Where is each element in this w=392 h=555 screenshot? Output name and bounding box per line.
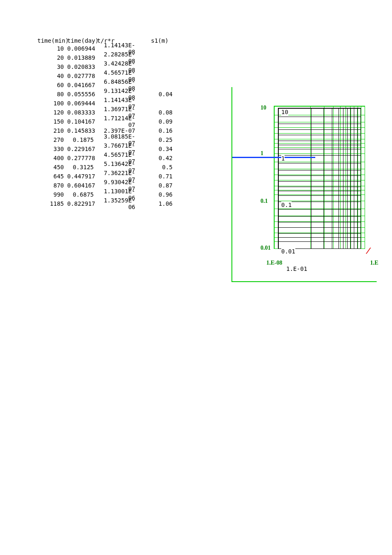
cell-trr: 1.71214E-07 — [97, 115, 139, 128]
cell-time_day: 0.145833 — [67, 127, 97, 134]
cell-s1: 0.42 — [151, 155, 176, 161]
cell-time_min: 210 — [37, 127, 67, 134]
cell-time_day: 0.020833 — [67, 63, 97, 70]
col-header-time-min: time(min) — [37, 37, 67, 44]
cell-time_min: 120 — [37, 109, 67, 116]
cell-time_day: 0.041667 — [67, 82, 97, 88]
table-body: 100.0069441.14143E-08200.0138892.28285E-… — [37, 44, 176, 208]
y-tick-green-10: 10 — [261, 105, 266, 111]
col-header-time-day: time(day) — [67, 37, 97, 44]
y-tick-green-01: 0.1 — [261, 198, 268, 204]
cell-s1: 0.08 — [151, 109, 176, 116]
table-row: 11850.8229171.35259E-061.06 — [37, 199, 176, 208]
cell-time_min: 150 — [37, 118, 67, 125]
cell-time_min: 330 — [37, 146, 67, 152]
cell-time_day: 0.277778 — [67, 155, 97, 161]
x-tick-black-1e-01: 1.E-01 — [286, 265, 307, 272]
y-tick-green-001: 0.01 — [261, 245, 271, 251]
cell-trr: 1.35259E-06 — [97, 197, 139, 210]
cell-time_min: 990 — [37, 191, 67, 198]
y-tick-green-1: 1 — [261, 150, 263, 157]
cell-time_day: 0.104167 — [67, 118, 97, 125]
cell-time_min: 80 — [37, 91, 67, 97]
cell-time_day: 0.1875 — [67, 136, 97, 143]
cell-s1: 0.5 — [151, 164, 176, 170]
black-grid — [278, 108, 361, 249]
y-tick-black-1: 1 — [281, 155, 285, 162]
cell-time_min: 450 — [37, 164, 67, 170]
y-tick-black-001: 0.01 — [281, 248, 295, 255]
x-tick-green-1e: 1.E — [370, 260, 378, 266]
cell-s1: 0.25 — [151, 136, 176, 143]
x-tick-green-1e-08: 1.E-08 — [266, 260, 282, 266]
y-tick-black-01: 0.1 — [281, 202, 292, 208]
cell-s1: 0.71 — [151, 173, 176, 180]
cell-time_min: 40 — [37, 73, 67, 79]
cell-time_min: 10 — [37, 45, 67, 52]
cell-time_min: 870 — [37, 182, 67, 189]
cell-time_day: 0.083333 — [67, 109, 97, 116]
cell-time_min: 400 — [37, 155, 67, 161]
table-row: 1500.1041671.71214E-070.09 — [37, 117, 176, 126]
cell-s1: 0.87 — [151, 182, 176, 189]
cell-s1: 0.09 — [151, 118, 176, 125]
cell-time_min: 100 — [37, 100, 67, 107]
cell-time_min: 20 — [37, 54, 67, 61]
cell-time_min: 645 — [37, 173, 67, 180]
cell-time_day: 0.027778 — [67, 73, 97, 79]
cell-time_day: 0.822917 — [67, 200, 97, 207]
cell-s1: 0.96 — [151, 191, 176, 198]
cell-s1: 1.06 — [151, 200, 176, 207]
cell-time_day: 0.447917 — [67, 173, 97, 180]
chart-plot-area: 10 1 0.1 0.01 10 1 0.1 0.01 1.E-08 1.E 1… — [261, 104, 373, 257]
cell-time_min: 270 — [37, 136, 67, 143]
cell-s1: 0.16 — [151, 127, 176, 134]
cell-time_min: 30 — [37, 63, 67, 70]
col-header-s1: s1(m) — [151, 37, 176, 44]
cell-time_min: 60 — [37, 82, 67, 88]
y-tick-black-10: 10 — [281, 109, 288, 115]
cell-time_day: 0.604167 — [67, 182, 97, 189]
red-annotation-icon: / — [365, 246, 370, 255]
blue-reference-line — [232, 157, 315, 158]
cell-time_day: 0.069444 — [67, 100, 97, 107]
data-table: time(min) time(day) t/r*r s1(m) 100.0069… — [37, 37, 176, 208]
cell-time_day: 0.6875 — [67, 191, 97, 198]
cell-time_day: 0.006944 — [67, 45, 97, 52]
cell-time_day: 0.055556 — [67, 91, 97, 97]
cell-time_day: 0.013889 — [67, 54, 97, 61]
cell-time_min: 1185 — [37, 200, 67, 207]
cell-time_day: 0.229167 — [67, 146, 97, 152]
cell-time_day: 0.3125 — [67, 164, 97, 170]
chart-container: 10 1 0.1 0.01 10 1 0.1 0.01 1.E-08 1.E 1… — [231, 87, 377, 282]
cell-s1: 0.34 — [151, 146, 176, 152]
cell-s1: 0.04 — [151, 91, 176, 97]
